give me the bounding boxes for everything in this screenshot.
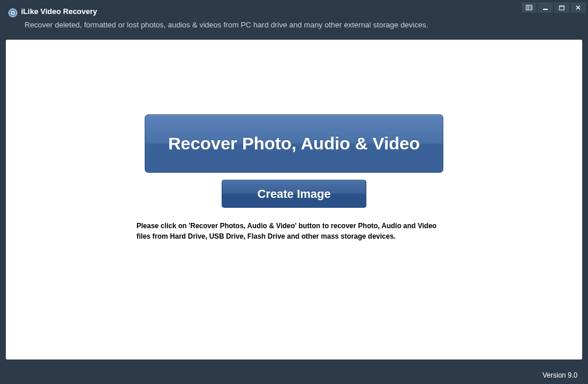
app-header: iLike Video Recovery Recover deleted, fo… [0,0,588,40]
minimize-icon [542,5,548,11]
app-window: iLike Video Recovery Recover deleted, fo… [0,0,588,384]
svg-rect-2 [12,12,14,14]
recover-button[interactable]: Recover Photo, Audio & Video [145,114,443,173]
close-icon [575,5,581,11]
instruction-text: Please click on 'Recover Photos, Audio &… [136,221,452,242]
version-label: Version 9.0 [542,371,578,379]
options-button[interactable] [522,2,537,13]
maximize-icon [559,5,565,11]
options-icon [526,5,533,11]
minimize-button[interactable] [538,2,553,13]
app-title: iLike Video Recovery [21,7,576,16]
main-content: Recover Photo, Audio & Video Create Imag… [6,40,582,359]
maximize-button[interactable] [554,2,569,13]
recover-button-label: Recover Photo, Audio & Video [168,134,420,153]
close-button[interactable] [570,2,586,13]
create-image-button-label: Create Image [257,187,331,201]
app-subtitle: Recover deleted, formatted or lost photo… [24,20,576,29]
window-controls [520,2,586,13]
app-icon [8,8,18,18]
create-image-button[interactable]: Create Image [222,180,366,208]
